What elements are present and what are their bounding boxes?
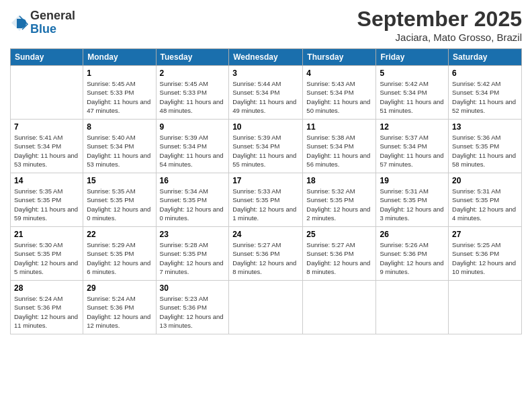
day-header-monday: Monday <box>83 49 156 66</box>
day-header-sunday: Sunday <box>11 49 83 66</box>
day-detail: Sunrise: 5:24 AMSunset: 5:36 PMDaylight:… <box>87 294 152 330</box>
day-detail: Sunrise: 5:34 AMSunset: 5:35 PMDaylight:… <box>160 187 226 222</box>
day-cell: 9Sunrise: 5:39 AMSunset: 5:34 PMDaylight… <box>156 120 229 173</box>
day-cell: 27Sunrise: 5:25 AMSunset: 5:36 PMDayligh… <box>449 227 522 281</box>
week-row-4: 28Sunrise: 5:24 AMSunset: 5:36 PMDayligh… <box>11 281 522 334</box>
day-number: 20 <box>452 176 518 185</box>
day-number: 25 <box>306 230 372 239</box>
day-detail: Sunrise: 5:38 AMSunset: 5:34 PMDaylight:… <box>306 133 372 169</box>
days-header-row: SundayMondayTuesdayWednesdayThursdayFrid… <box>11 49 522 66</box>
day-cell: 8Sunrise: 5:40 AMSunset: 5:34 PMDaylight… <box>83 120 156 173</box>
day-number: 2 <box>160 68 226 78</box>
day-cell: 19Sunrise: 5:31 AMSunset: 5:35 PMDayligh… <box>376 173 449 227</box>
day-number: 15 <box>87 176 152 185</box>
day-cell <box>376 281 449 334</box>
day-detail: Sunrise: 5:45 AMSunset: 5:33 PMDaylight:… <box>87 79 152 115</box>
day-cell: 15Sunrise: 5:35 AMSunset: 5:35 PMDayligh… <box>83 173 156 227</box>
day-cell: 11Sunrise: 5:38 AMSunset: 5:34 PMDayligh… <box>303 120 376 173</box>
day-cell: 24Sunrise: 5:27 AMSunset: 5:36 PMDayligh… <box>229 227 303 281</box>
logo-general-text: General <box>30 9 75 23</box>
day-detail: Sunrise: 5:31 AMSunset: 5:35 PMDaylight:… <box>452 187 518 222</box>
day-header-wednesday: Wednesday <box>229 49 303 66</box>
day-detail: Sunrise: 5:23 AMSunset: 5:36 PMDaylight:… <box>160 294 226 330</box>
day-cell <box>229 281 303 334</box>
day-detail: Sunrise: 5:35 AMSunset: 5:35 PMDaylight:… <box>14 187 79 222</box>
day-cell: 4Sunrise: 5:43 AMSunset: 5:34 PMDaylight… <box>303 66 376 120</box>
day-cell <box>303 281 376 334</box>
week-row-0: 1Sunrise: 5:45 AMSunset: 5:33 PMDaylight… <box>11 66 522 120</box>
day-detail: Sunrise: 5:42 AMSunset: 5:34 PMDaylight:… <box>380 79 445 115</box>
day-number: 10 <box>232 122 299 132</box>
day-detail: Sunrise: 5:42 AMSunset: 5:34 PMDaylight:… <box>452 79 518 115</box>
day-cell: 3Sunrise: 5:44 AMSunset: 5:34 PMDaylight… <box>229 66 303 120</box>
day-detail: Sunrise: 5:36 AMSunset: 5:35 PMDaylight:… <box>452 133 518 169</box>
day-number: 3 <box>232 68 299 78</box>
day-number: 30 <box>160 283 226 293</box>
day-cell: 12Sunrise: 5:37 AMSunset: 5:34 PMDayligh… <box>376 120 449 173</box>
day-number: 12 <box>380 122 445 132</box>
location-subtitle: Jaciara, Mato Grosso, Brazil <box>357 32 522 43</box>
day-cell <box>11 66 83 120</box>
day-cell: 20Sunrise: 5:31 AMSunset: 5:35 PMDayligh… <box>449 173 522 227</box>
day-cell: 7Sunrise: 5:41 AMSunset: 5:34 PMDaylight… <box>11 120 83 173</box>
day-cell: 26Sunrise: 5:26 AMSunset: 5:36 PMDayligh… <box>376 227 449 281</box>
day-number: 22 <box>87 230 152 239</box>
week-row-1: 7Sunrise: 5:41 AMSunset: 5:34 PMDaylight… <box>11 120 522 173</box>
day-number: 14 <box>14 176 79 185</box>
day-number: 19 <box>380 176 445 185</box>
day-number: 28 <box>14 283 79 293</box>
day-number: 24 <box>232 230 299 239</box>
day-number: 1 <box>87 68 152 78</box>
logo-icon <box>10 13 29 32</box>
day-header-friday: Friday <box>376 49 449 66</box>
day-number: 11 <box>306 122 372 132</box>
day-cell: 29Sunrise: 5:24 AMSunset: 5:36 PMDayligh… <box>83 281 156 334</box>
day-cell: 21Sunrise: 5:30 AMSunset: 5:35 PMDayligh… <box>11 227 83 281</box>
day-number: 13 <box>452 122 518 132</box>
day-header-saturday: Saturday <box>449 49 522 66</box>
day-detail: Sunrise: 5:39 AMSunset: 5:34 PMDaylight:… <box>232 133 299 169</box>
day-number: 9 <box>160 122 226 132</box>
day-detail: Sunrise: 5:32 AMSunset: 5:35 PMDaylight:… <box>306 187 372 222</box>
day-detail: Sunrise: 5:26 AMSunset: 5:36 PMDaylight:… <box>380 240 445 276</box>
day-detail: Sunrise: 5:25 AMSunset: 5:36 PMDaylight:… <box>452 240 518 276</box>
day-number: 21 <box>14 230 79 239</box>
day-detail: Sunrise: 5:39 AMSunset: 5:34 PMDaylight:… <box>160 133 226 169</box>
day-cell: 18Sunrise: 5:32 AMSunset: 5:35 PMDayligh… <box>303 173 376 227</box>
day-cell <box>449 281 522 334</box>
day-cell: 23Sunrise: 5:28 AMSunset: 5:35 PMDayligh… <box>156 227 229 281</box>
day-detail: Sunrise: 5:43 AMSunset: 5:34 PMDaylight:… <box>306 79 372 115</box>
day-cell: 17Sunrise: 5:33 AMSunset: 5:35 PMDayligh… <box>229 173 303 227</box>
logo-text: General Blue <box>30 9 75 36</box>
day-cell: 1Sunrise: 5:45 AMSunset: 5:33 PMDaylight… <box>83 66 156 120</box>
day-header-tuesday: Tuesday <box>156 49 229 66</box>
day-detail: Sunrise: 5:35 AMSunset: 5:35 PMDaylight:… <box>87 187 152 222</box>
day-header-thursday: Thursday <box>303 49 376 66</box>
day-number: 29 <box>87 283 152 293</box>
day-cell: 14Sunrise: 5:35 AMSunset: 5:35 PMDayligh… <box>11 173 83 227</box>
day-detail: Sunrise: 5:31 AMSunset: 5:35 PMDaylight:… <box>380 187 445 222</box>
day-number: 18 <box>306 176 372 185</box>
day-number: 6 <box>452 68 518 78</box>
day-number: 17 <box>232 176 299 185</box>
day-number: 23 <box>160 230 226 239</box>
day-detail: Sunrise: 5:33 AMSunset: 5:35 PMDaylight:… <box>232 187 299 222</box>
week-row-3: 21Sunrise: 5:30 AMSunset: 5:35 PMDayligh… <box>11 227 522 281</box>
day-cell: 30Sunrise: 5:23 AMSunset: 5:36 PMDayligh… <box>156 281 229 334</box>
day-number: 16 <box>160 176 226 185</box>
day-detail: Sunrise: 5:45 AMSunset: 5:33 PMDaylight:… <box>160 79 226 115</box>
day-cell: 16Sunrise: 5:34 AMSunset: 5:35 PMDayligh… <box>156 173 229 227</box>
day-cell: 6Sunrise: 5:42 AMSunset: 5:34 PMDaylight… <box>449 66 522 120</box>
day-cell: 22Sunrise: 5:29 AMSunset: 5:35 PMDayligh… <box>83 227 156 281</box>
day-cell: 25Sunrise: 5:27 AMSunset: 5:36 PMDayligh… <box>303 227 376 281</box>
calendar-table: SundayMondayTuesdayWednesdayThursdayFrid… <box>10 48 522 334</box>
day-number: 4 <box>306 68 372 78</box>
day-number: 8 <box>87 122 152 132</box>
day-detail: Sunrise: 5:41 AMSunset: 5:34 PMDaylight:… <box>14 133 79 169</box>
day-detail: Sunrise: 5:29 AMSunset: 5:35 PMDaylight:… <box>87 240 152 276</box>
day-number: 7 <box>14 122 79 132</box>
day-detail: Sunrise: 5:24 AMSunset: 5:36 PMDaylight:… <box>14 294 79 330</box>
month-title: September 2025 <box>357 7 522 32</box>
day-detail: Sunrise: 5:30 AMSunset: 5:35 PMDaylight:… <box>14 240 79 276</box>
day-number: 26 <box>380 230 445 239</box>
